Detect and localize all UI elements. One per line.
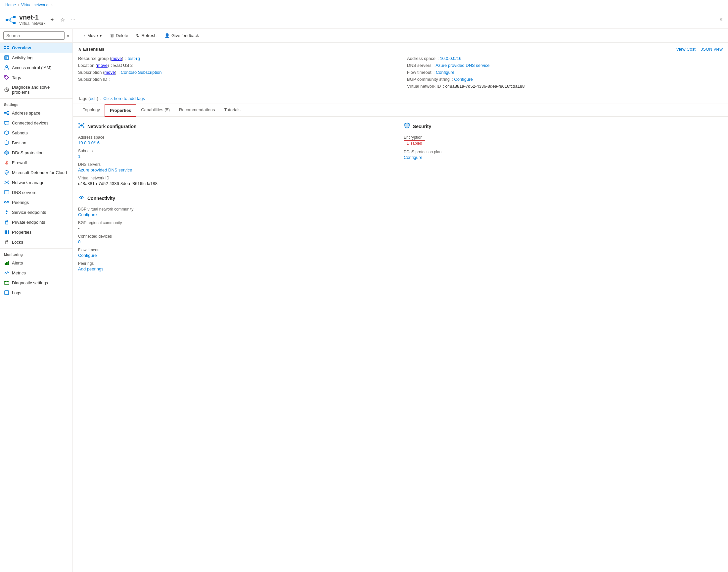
json-view-link[interactable]: JSON View	[701, 47, 723, 52]
dns-prop-link[interactable]: Azure provided DNS service	[78, 167, 132, 172]
sidebar-item-diagnose[interactable]: Diagnose and solve problems	[0, 82, 73, 97]
search-input[interactable]	[3, 31, 65, 40]
bgp-configure-link[interactable]: Configure	[454, 77, 473, 82]
tab-tutorials[interactable]: Tutorials	[219, 104, 245, 117]
move-sub-link[interactable]: move	[104, 70, 115, 75]
sidebar-item-activity-log[interactable]: Activity log	[0, 53, 73, 63]
add-tags-link[interactable]: Click here to add tags	[103, 96, 145, 101]
address-space-link[interactable]: 10.0.0.0/16	[440, 56, 461, 61]
overview-icon	[4, 45, 9, 50]
essentials-row-bgp: BGP community string : Configure	[407, 76, 723, 83]
sidebar-item-tags[interactable]: Tags	[0, 72, 73, 82]
encryption-disabled-badge: Disabled	[404, 140, 425, 146]
svg-rect-45	[5, 230, 6, 234]
add-peerings-link[interactable]: Add peerings	[78, 267, 103, 272]
svg-line-61	[80, 124, 80, 126]
pin-icon[interactable]: ✦	[49, 15, 56, 24]
flow-timeout-prop-link[interactable]: Configure	[78, 253, 97, 258]
address-space-prop-link[interactable]: 10.0.0.0/16	[78, 140, 100, 145]
tab-capabilities[interactable]: Capabilities (5)	[136, 104, 174, 117]
ddos-configure-link[interactable]: Configure	[404, 155, 422, 160]
svg-point-40	[5, 202, 6, 203]
tab-recommendations[interactable]: Recommendations	[174, 104, 219, 117]
prop-bgp-regional: BGP regional community -	[78, 220, 397, 231]
svg-rect-7	[7, 46, 9, 47]
diagnostic-icon	[4, 280, 9, 285]
svg-rect-53	[5, 281, 6, 282]
tab-properties[interactable]: Properties	[104, 104, 136, 117]
move-button[interactable]: → Move ▾	[78, 31, 105, 40]
move-dropdown-icon: ▾	[100, 33, 102, 38]
feedback-button[interactable]: 👤 Give feedback	[161, 31, 202, 40]
sidebar-item-properties[interactable]: Properties	[0, 227, 73, 237]
sidebar-item-dns-label: DNS servers	[12, 190, 36, 195]
sidebar-item-diagnostic-settings[interactable]: Diagnostic settings	[0, 278, 73, 288]
tags-edit-link[interactable]: edit	[90, 96, 97, 101]
sidebar-item-subnets[interactable]: Subnets	[0, 128, 73, 138]
sidebar-item-connected-devices[interactable]: Connected devices	[0, 118, 73, 128]
svg-point-33	[8, 184, 9, 185]
svg-line-35	[7, 182, 8, 183]
vnet-icon	[5, 14, 16, 25]
flow-timeout-link[interactable]: Configure	[436, 70, 454, 75]
star-icon[interactable]: ☆	[59, 15, 66, 24]
move-icon: →	[81, 33, 86, 38]
properties-icon	[4, 229, 9, 235]
refresh-button[interactable]: ↻ Refresh	[133, 31, 160, 40]
essentials-row-sub-id: Subscription ID :	[78, 76, 394, 83]
dns-value-link[interactable]: Azure provided DNS service	[435, 63, 489, 68]
svg-point-32	[5, 184, 6, 185]
essentials-toggle[interactable]: ∧ Essentials	[78, 47, 104, 52]
feedback-icon: 👤	[164, 33, 170, 38]
move-location-link[interactable]: move	[97, 63, 107, 68]
resource-header: vnet-1 Virtual network ✦ ☆ ··· ×	[0, 10, 728, 29]
tags-row: Tags (edit) : Click here to add tags	[73, 94, 728, 104]
close-button[interactable]: ×	[719, 16, 723, 23]
rg-value-link[interactable]: test-rg	[128, 56, 140, 61]
sidebar-item-address-space[interactable]: Address space	[0, 108, 73, 118]
svg-point-57	[78, 123, 80, 125]
security-section: Security Encryption Disabled DDoS protec…	[404, 122, 723, 160]
svg-line-20	[6, 112, 7, 113]
peerings-icon	[4, 200, 9, 205]
sidebar-item-bastion[interactable]: Bastion	[0, 138, 73, 148]
subscription-link[interactable]: Contoso Subscription	[121, 70, 162, 75]
svg-point-28	[5, 162, 8, 164]
sidebar-item-access-control[interactable]: Access control (IAM)	[0, 63, 73, 72]
refresh-icon: ↻	[136, 33, 140, 38]
view-cost-link[interactable]: View Cost	[676, 47, 695, 52]
svg-point-15	[5, 76, 6, 77]
sidebar-item-overview[interactable]: Overview	[0, 43, 73, 53]
sidebar-item-logs[interactable]: Logs	[0, 288, 73, 298]
sidebar-item-service-endpoints[interactable]: Service endpoints	[0, 207, 73, 217]
sidebar-item-firewall[interactable]: Firewall	[0, 157, 73, 167]
connected-devices-prop-link[interactable]: 0	[78, 239, 80, 244]
subnets-prop-link[interactable]: 1	[78, 154, 80, 159]
connected-devices-icon	[4, 120, 9, 126]
more-options-icon[interactable]: ···	[70, 15, 76, 24]
svg-point-60	[83, 127, 84, 128]
sidebar-item-ddos[interactable]: DDoS protection	[0, 148, 73, 157]
move-rg-link[interactable]: move	[111, 56, 122, 61]
sidebar-item-private-endpoints-label: Private endpoints	[12, 220, 45, 225]
sidebar-item-defender[interactable]: Microsoft Defender for Cloud	[0, 167, 73, 177]
delete-button[interactable]: 🗑 Delete	[106, 31, 132, 40]
sidebar-item-private-endpoints[interactable]: Private endpoints	[0, 217, 73, 227]
svg-rect-47	[8, 230, 9, 234]
svg-line-37	[7, 183, 8, 184]
delete-icon: 🗑	[110, 33, 114, 38]
breadcrumb-virtual-networks[interactable]: Virtual networks	[21, 3, 49, 7]
breadcrumb-home[interactable]: Home	[5, 3, 16, 7]
sidebar-item-address-space-label: Address space	[12, 111, 41, 116]
sidebar-item-dns-servers[interactable]: DNS servers	[0, 187, 73, 197]
sidebar-item-network-manager[interactable]: Network manager	[0, 177, 73, 187]
sidebar-item-peerings[interactable]: Peerings	[0, 197, 73, 207]
bgp-community-link[interactable]: Configure	[78, 212, 97, 217]
toolbar: → Move ▾ 🗑 Delete ↻ Refresh 👤 Give feedb…	[73, 29, 728, 43]
collapse-sidebar-button[interactable]: «	[67, 33, 69, 39]
sidebar-item-alerts-label: Alerts	[12, 261, 23, 266]
tab-topology[interactable]: Topology	[78, 104, 104, 117]
sidebar-item-metrics[interactable]: Metrics	[0, 268, 73, 278]
sidebar-item-locks[interactable]: Locks	[0, 237, 73, 247]
sidebar-item-alerts[interactable]: Alerts	[0, 258, 73, 268]
